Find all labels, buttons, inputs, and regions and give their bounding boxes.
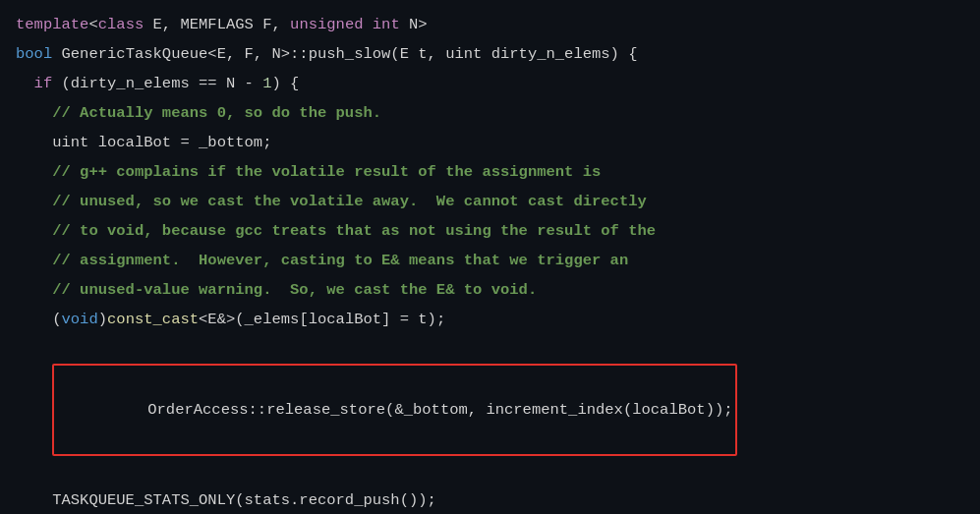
code-line-9: // assignment. However, casting to E& me… — [16, 246, 964, 275]
code-line-4: // Actually means 0, so do the push. — [16, 98, 964, 128]
code-line-6: // g++ complains if the volatile result … — [16, 157, 964, 187]
code-line-10: // unused-value warning. So, we cast the… — [16, 275, 964, 305]
code-line-13: TASKQUEUE_STATS_ONLY(stats.record_push()… — [16, 485, 964, 514]
code-line-2: bool GenericTaskQueue<E, F, N>::push_slo… — [16, 39, 964, 69]
code-line-3: if (dirty_n_elems == N - 1) { — [16, 69, 964, 98]
code-line-7: // unused, so we cast the volatile away.… — [16, 187, 964, 216]
code-line-5: uint localBot = _bottom; — [16, 128, 964, 157]
code-line-1: template<class E, MEMFLAGS F, unsigned i… — [16, 10, 964, 39]
highlight-border: OrderAccess::release_store(&_bottom, inc… — [52, 364, 736, 456]
code-line-12-highlighted: OrderAccess::release_store(&_bottom, inc… — [16, 334, 964, 485]
code-line-11: (void)const_cast<E&>(_elems[localBot] = … — [16, 305, 964, 334]
code-line-8: // to void, because gcc treats that as n… — [16, 216, 964, 246]
code-editor: template<class E, MEMFLAGS F, unsigned i… — [0, 0, 980, 514]
keyword-template: template — [16, 16, 88, 33]
